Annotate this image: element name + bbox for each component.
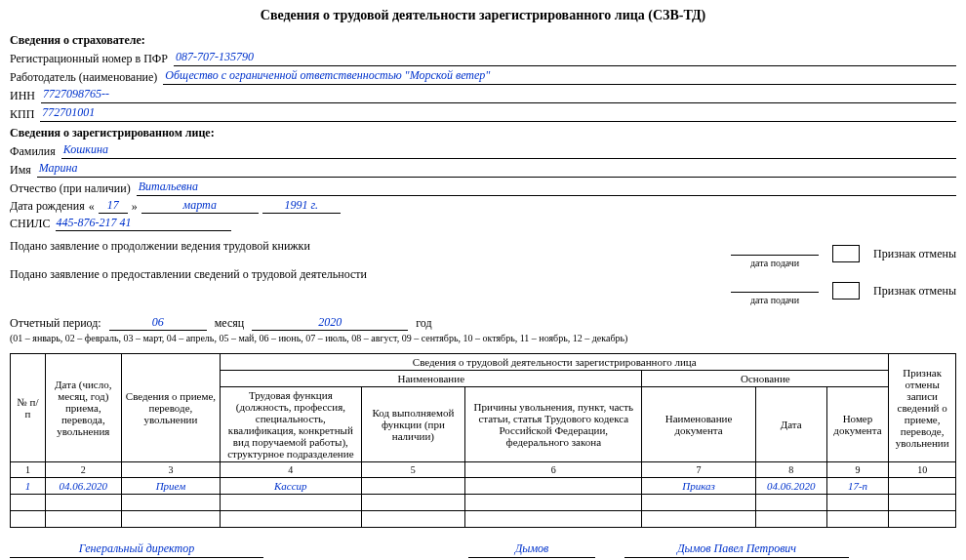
- table-row: 1 04.06.2020 Прием Кассир Приказ 04.06.2…: [11, 478, 956, 495]
- app-line-1: Подано заявление о продолжении ведения т…: [10, 239, 711, 254]
- lastname-value: Кошкина: [61, 142, 956, 159]
- date-submit-1[interactable]: [731, 239, 819, 256]
- employer-label: Работодатель (наименование): [10, 70, 157, 85]
- num-10: 10: [889, 462, 956, 478]
- reg-label: Регистрационный номер в ПФР: [10, 52, 168, 66]
- sign-fullname: Дымов Павел Петрович: [624, 541, 849, 558]
- person-header: Сведения о зарегистрированном лице:: [10, 126, 956, 140]
- dob-label: Дата рождения: [10, 199, 85, 214]
- insurer-header: Сведения о страхователе:: [10, 33, 956, 48]
- firstname-value: Марина: [37, 161, 956, 178]
- r1-info: Прием: [121, 478, 220, 495]
- employer-value: Общество с ограниченной ответственностью…: [163, 68, 956, 85]
- th-main: Сведения о трудовой деятельности зарегис…: [221, 354, 889, 371]
- patronymic-label: Отчество (при наличии): [10, 181, 131, 196]
- sign-signature: Дымов: [468, 541, 595, 558]
- reg-value: 087-707-135790: [174, 50, 956, 66]
- dob-year: 1991 г.: [262, 198, 341, 214]
- period-label: Отчетный период:: [10, 316, 101, 331]
- app-line-2: Подано заявление о предоставлении сведен…: [10, 267, 711, 282]
- sign-position: Генеральный директор: [10, 541, 263, 558]
- num-9: 9: [826, 462, 889, 478]
- th-docname: Наименование документа: [642, 387, 755, 462]
- kpp-value: 772701001: [40, 105, 956, 122]
- period-note: (01 – январь, 02 – февраль, 03 – март, 0…: [10, 333, 956, 343]
- r1-cancel: [889, 478, 956, 495]
- r1-docname: Приказ: [642, 478, 755, 495]
- th-func: Трудовая функция (должность, профессия, …: [221, 387, 361, 462]
- num-1: 1: [11, 462, 46, 478]
- cancel-label-1: Признак отмены: [873, 247, 956, 261]
- firstname-label: Имя: [10, 163, 31, 178]
- r1-docdate: 04.06.2020: [755, 478, 826, 495]
- dob-month: марта: [141, 198, 259, 214]
- period-year-value: 2020: [252, 315, 408, 331]
- cancel-check-1[interactable]: [832, 245, 860, 262]
- document-title: Сведения о трудовой деятельности зарегис…: [10, 8, 956, 23]
- table-row: [11, 495, 956, 511]
- num-2: 2: [45, 462, 121, 478]
- patronymic-value: Витальевна: [137, 180, 956, 196]
- r1-np: 1: [11, 478, 46, 495]
- num-7: 7: [642, 462, 755, 478]
- th-cancel: Признак отмены записи сведений о приеме,…: [889, 354, 956, 462]
- lastname-label: Фамилия: [10, 144, 56, 159]
- snils-label: СНИЛС: [10, 217, 50, 231]
- num-8: 8: [755, 462, 826, 478]
- r1-reason: [465, 478, 642, 495]
- r1-code: [361, 478, 465, 495]
- th-docnum: Номер документа: [826, 387, 889, 462]
- num-5: 5: [361, 462, 465, 478]
- num-4: 4: [221, 462, 361, 478]
- th-naimen: Наименование: [221, 371, 642, 387]
- period-month-label: месяц: [215, 316, 245, 331]
- th-osnov: Основание: [642, 371, 889, 387]
- th-code: Код выполняемой функции (при наличии): [361, 387, 465, 462]
- inn-label: ИНН: [10, 89, 35, 103]
- th-docdate: Дата: [755, 387, 826, 462]
- inn-value: 7727098765--: [41, 87, 956, 103]
- r1-docnum: 17-п: [826, 478, 889, 495]
- cancel-check-2[interactable]: [832, 282, 860, 300]
- period-year-label: год: [416, 316, 431, 331]
- date-submit-label-1: дата подачи: [731, 258, 819, 268]
- th-info: Сведения о приеме, переводе, увольнении: [121, 354, 220, 462]
- activity-table: № п/п Дата (число, месяц, год) приема, п…: [10, 353, 956, 528]
- period-month-value: 06: [109, 315, 207, 331]
- dob-day: 17: [99, 198, 128, 214]
- date-submit-2[interactable]: [731, 276, 819, 293]
- cancel-label-2: Признак отмены: [873, 284, 956, 299]
- kpp-label: КПП: [10, 107, 34, 122]
- r1-date: 04.06.2020: [45, 478, 121, 495]
- snils-value: 445-876-217 41: [56, 216, 231, 231]
- th-reason: Причины увольнения, пункт, часть статьи,…: [465, 387, 642, 462]
- th-np: № п/п: [11, 354, 46, 462]
- num-6: 6: [465, 462, 642, 478]
- num-3: 3: [121, 462, 220, 478]
- r1-func: Кассир: [221, 478, 361, 495]
- date-submit-label-2: дата подачи: [731, 295, 819, 305]
- th-date: Дата (число, месяц, год) приема, перевод…: [45, 354, 121, 462]
- table-row: [11, 511, 956, 528]
